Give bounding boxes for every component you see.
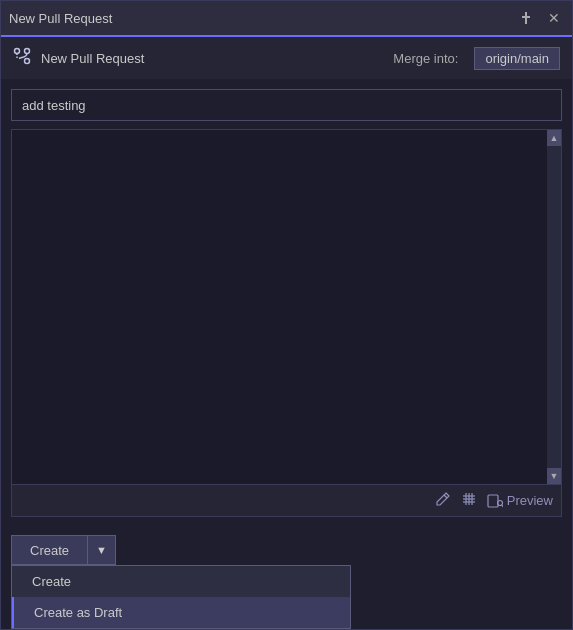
window: New Pull Request ✕ New Pull Request xyxy=(0,0,573,630)
merge-label: Merge into: xyxy=(393,51,458,66)
create-button[interactable]: Create xyxy=(11,535,87,565)
svg-rect-2 xyxy=(525,18,527,24)
svg-rect-14 xyxy=(488,495,498,507)
dropdown-item-create[interactable]: Create xyxy=(12,566,350,597)
actions-area: Create ▼ Create Create as Draft xyxy=(1,527,572,629)
grid-icon[interactable] xyxy=(461,491,477,510)
description-toolbar: Preview xyxy=(12,484,561,516)
description-container: ▲ ▼ xyxy=(11,129,562,517)
scrollbar-up-button[interactable]: ▲ xyxy=(547,130,561,146)
dropdown-toggle-button[interactable]: ▼ xyxy=(87,535,116,565)
edit-icon[interactable] xyxy=(435,491,451,510)
title-bar-controls: ✕ xyxy=(516,8,564,28)
dropdown-menu: Create Create as Draft xyxy=(11,565,351,629)
preview-label: Preview xyxy=(507,493,553,508)
dropdown-item-create-as-draft[interactable]: Create as Draft xyxy=(12,597,350,628)
title-input[interactable] xyxy=(11,89,562,121)
toolbar: New Pull Request Merge into: origin/main xyxy=(1,37,572,79)
pin-button[interactable] xyxy=(516,8,536,28)
preview-button[interactable]: Preview xyxy=(487,493,553,509)
svg-line-7 xyxy=(444,495,447,498)
toolbar-label: New Pull Request xyxy=(41,51,144,66)
svg-rect-1 xyxy=(522,16,530,18)
scrollbar-thumb-area xyxy=(547,146,561,468)
scrollbar-track: ▲ ▼ xyxy=(547,130,561,484)
window-title: New Pull Request xyxy=(9,11,516,26)
svg-point-5 xyxy=(25,49,30,54)
merge-target: origin/main xyxy=(474,47,560,70)
title-bar: New Pull Request ✕ xyxy=(1,1,572,37)
scrollbar-down-button[interactable]: ▼ xyxy=(547,468,561,484)
svg-line-16 xyxy=(502,505,503,507)
dropdown-arrow-icon: ▼ xyxy=(96,544,107,556)
pr-icon xyxy=(13,47,31,69)
create-row: Create ▼ xyxy=(11,535,562,565)
svg-point-3 xyxy=(15,49,20,54)
description-textarea[interactable] xyxy=(12,130,547,484)
content-area: ▲ ▼ xyxy=(1,79,572,527)
svg-point-4 xyxy=(25,59,30,64)
close-button[interactable]: ✕ xyxy=(544,8,564,28)
